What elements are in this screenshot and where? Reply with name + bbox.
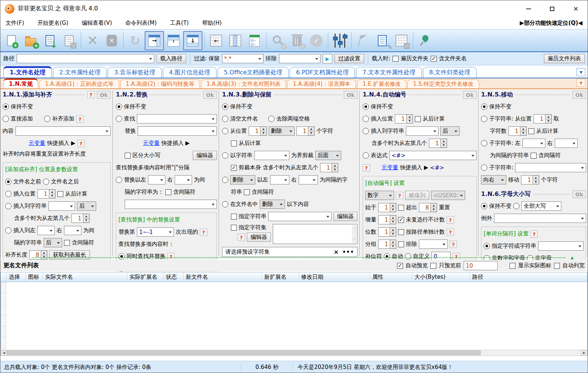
p1-after-name-radio[interactable] [43, 179, 49, 185]
p1-left-combo[interactable] [37, 226, 55, 235]
p1-from-end-checkbox[interactable] [57, 191, 63, 197]
tab-file-attr[interactable]: 2.文件属性处理 [53, 67, 107, 78]
tab-file-classify[interactable]: 8.文件归类处理 [423, 67, 477, 78]
p1-with-sep-checkbox[interactable] [64, 240, 70, 246]
p4-insert-to-str-combo[interactable] [406, 126, 439, 136]
p4-inc-spinner[interactable]: 1▲▼ [378, 215, 396, 224]
p1-insert-pos-radio[interactable] [5, 191, 11, 197]
tab-specific-type[interactable]: 1.S.特定类型文件名修改 [407, 79, 479, 88]
p3-count-spinner[interactable]: 1▲▼ [296, 126, 315, 136]
p5-left-combo[interactable] [523, 139, 545, 148]
p3-spec-set-checkbox[interactable] [231, 225, 237, 231]
p4-exclude-checkbox[interactable] [398, 241, 404, 247]
export-table-button[interactable] [392, 31, 411, 50]
tab-normal[interactable]: 1.N.常规 [3, 78, 38, 88]
help-button[interactable]: ? [77, 140, 85, 147]
p4-exclude-combo[interactable] [419, 240, 448, 249]
p2-editor-button[interactable]: 编辑器 [193, 151, 217, 160]
new-list-button[interactable]: + [2, 31, 21, 50]
minimize-button[interactable] [517, 0, 540, 17]
menu-start-rename[interactable]: 开始更名(G) [37, 20, 68, 27]
p4-insert-pos-radio[interactable] [363, 116, 369, 122]
layout-right-panel-button[interactable]: → [145, 31, 164, 50]
p3-by-str-combo[interactable] [254, 151, 289, 160]
p3-cut-self-checkbox[interactable] [231, 165, 237, 171]
menu-tools[interactable]: 工具(T) [170, 20, 189, 27]
traverse-file-list-button[interactable]: 遍历文件列表 [544, 54, 585, 63]
p6-case-radio[interactable] [513, 203, 520, 209]
file-table-body[interactable] [0, 282, 588, 350]
help-button[interactable]: ? [396, 192, 403, 199]
p2-right-combo[interactable] [175, 175, 192, 184]
p1-insert-between-radio[interactable] [5, 227, 11, 234]
menu-command-list[interactable]: 命令列表(M) [125, 20, 157, 27]
col-new-name[interactable]: 新文件名 [184, 272, 262, 282]
tab-adv-encode[interactable]: 1.A.高级(2)：编码与转换等 [120, 79, 200, 88]
p5-count-spinner[interactable]: 1▲▼ [508, 126, 527, 136]
tab-text-attr[interactable]: 7.文本文件属性处理 [356, 67, 421, 78]
p6-spec-combo[interactable] [538, 241, 584, 251]
col-mod-date[interactable]: 修改日期 [299, 272, 370, 282]
exclude-combo[interactable] [279, 54, 320, 63]
p6-spec-radio[interactable] [484, 243, 490, 249]
help-button[interactable]: ? [447, 228, 454, 236]
col-icon[interactable]: 图标 [26, 272, 43, 282]
horizontal-scrollbar[interactable]: ◀ ▶ [0, 350, 588, 356]
p3-between-radio[interactable] [222, 177, 228, 183]
scrollbar-thumb[interactable] [7, 350, 481, 355]
p4-over-checkbox[interactable] [398, 205, 404, 211]
col-actual-ext[interactable]: 实际扩展名 [127, 272, 164, 282]
p5-right-combo[interactable] [555, 139, 578, 148]
traverse-folders-checkbox[interactable] [393, 56, 399, 62]
p3-clear-radio[interactable] [222, 116, 228, 122]
p5-move-spinner[interactable]: 1▲▼ [521, 175, 539, 184]
p4-before-after-combo[interactable]: 后 [440, 126, 460, 136]
p4-assign-button[interactable]: 赋值到 [405, 191, 429, 200]
p2-case-checkbox[interactable] [125, 153, 131, 159]
auto-col-width-checkbox[interactable] [554, 263, 560, 269]
help-button[interactable]: ? [530, 230, 538, 238]
p4-keep-radio[interactable] [363, 104, 369, 110]
panel6-ok-button[interactable]: Ok [572, 190, 586, 198]
p3-keep-radio[interactable] [222, 104, 228, 110]
p2-find-combo[interactable] [137, 114, 217, 123]
tab-adv-regex[interactable]: 1.A.高级(1)：正则表达式等 [39, 79, 119, 88]
p3-nth-spinner[interactable]: 1▲▼ [320, 163, 338, 172]
quick-locate-link[interactable]: ▶部分功能快速定位(Q)◀ [520, 20, 582, 27]
p1-metavar-link[interactable]: 元变量 [28, 140, 45, 147]
p4-uncheck-skip-checkbox[interactable] [398, 217, 404, 223]
sub-tabs-dropdown-button[interactable]: ▼ [577, 79, 585, 87]
p3-del3-combo[interactable]: 删除 [260, 200, 285, 209]
p1-right-combo[interactable] [64, 226, 81, 235]
p5-keep-radio[interactable] [481, 104, 487, 110]
p2-keep-radio[interactable] [116, 104, 122, 110]
help-button[interactable]: ? [76, 115, 84, 123]
p5-with-sep-checkbox[interactable] [531, 153, 537, 159]
settings-button[interactable] [330, 31, 349, 50]
move-column-left-button[interactable]: ← [206, 31, 226, 50]
p2-between-radio[interactable] [116, 177, 122, 183]
p1-content-combo[interactable] [16, 126, 111, 136]
p4-number-type-combo[interactable]: 数字 [365, 191, 394, 200]
p1-sep-pos-combo[interactable]: 后 [44, 238, 62, 247]
panel4-ok-button[interactable]: Ok [463, 91, 477, 99]
delete-confirm-button[interactable]: ✓ [288, 31, 307, 50]
filter-combo[interactable]: *.* [222, 54, 263, 63]
p3-editor2-button[interactable]: 编辑器 [247, 233, 271, 242]
p2-with-sep-checkbox[interactable] [165, 189, 171, 195]
p1-insert-to-str-combo[interactable] [48, 201, 75, 211]
p2-left-combo[interactable] [148, 175, 165, 184]
p1-before-name-radio[interactable] [5, 179, 11, 185]
splitter-handle[interactable] [32, 257, 565, 259]
layout-bottom-panel-button[interactable]: ↓ [183, 31, 202, 50]
p1-insert-to-str-radio[interactable] [5, 203, 11, 209]
clear-icon[interactable]: × [334, 248, 339, 255]
remove-item-button[interactable]: ✕ [83, 31, 102, 50]
p3-with-sep-checkbox[interactable] [244, 189, 250, 195]
p2-replace-combo[interactable] [138, 126, 217, 136]
preview-first-checkbox[interactable] [430, 263, 436, 269]
p3-from-end-checkbox[interactable] [231, 140, 237, 146]
p1-pad-add-radio[interactable] [44, 116, 50, 122]
p5-pos-spinner[interactable]: 1▲▼ [534, 114, 552, 123]
panel3-ok-button[interactable]: Ok [344, 91, 357, 99]
